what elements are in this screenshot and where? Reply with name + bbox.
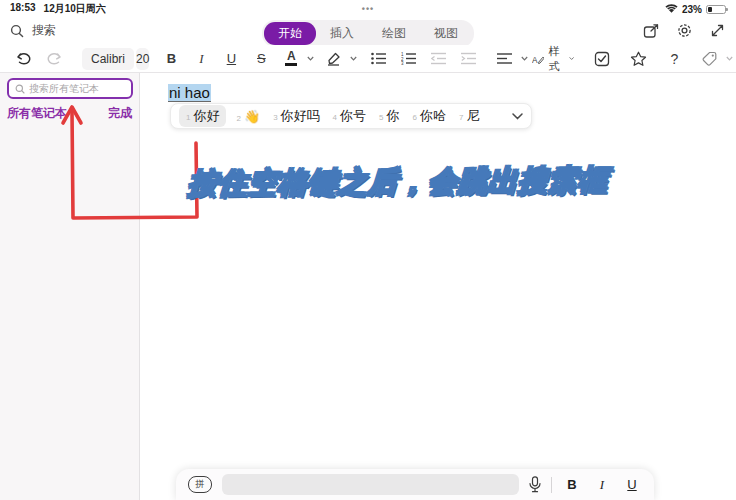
underline-button[interactable]: U [219,48,243,70]
candidate-text: 你号 [340,107,366,125]
done-link[interactable]: 完成 [108,105,132,122]
numbered-list-icon[interactable]: 123 [397,48,421,70]
candidate-text: 尼 [466,107,479,125]
underline-button[interactable]: U [622,477,642,492]
bold-button[interactable]: B [562,477,582,492]
all-notebooks-link[interactable]: 所有笔记本 [7,105,67,122]
notebook-search-input[interactable] [29,83,119,94]
search-button[interactable]: 搜索 [10,22,56,39]
wifi-icon [665,4,678,14]
candidate-number: 3 [273,113,277,122]
indent-icon[interactable] [457,48,481,70]
alignment-icon[interactable] [493,48,517,70]
font-name-select[interactable]: Calibri [82,48,134,70]
status-ellipsis: ••• [362,4,374,14]
strikethrough-button[interactable]: S [249,48,273,70]
tag-chevron-icon[interactable] [726,56,733,61]
ime-candidate[interactable]: 3你好吗 [273,107,319,125]
settings-gear-icon[interactable] [676,22,693,39]
ribbon-tab-2[interactable]: 插入 [316,22,368,45]
candidate-text: 你哈 [420,107,446,125]
font-color-button[interactable]: A [279,48,303,70]
candidate-number: 5 [379,113,383,122]
candidate-expand-chevron-icon[interactable] [512,113,523,120]
candidate-text: 你好 [193,107,219,125]
candidate-number: 7 [459,113,463,122]
ime-composition-text: ni hao [168,84,211,102]
ime-candidate[interactable]: 6你哈 [413,107,446,125]
font-color-letter: A [285,51,297,61]
page-canvas[interactable]: ni hao 1你好2👋3你好吗4你号5你6你哈7尼 [141,73,736,500]
candidate-text: 你好吗 [281,107,320,125]
notebook-sidebar: 所有笔记本 完成 [0,73,140,500]
candidate-number: 6 [413,113,417,122]
status-indicators: 23% [665,4,726,15]
pinyin-keyboard-icon[interactable]: 拼 [188,476,212,493]
ribbon-tab-3[interactable]: 绘图 [368,22,420,45]
styles-label: 样式 [548,44,565,74]
ribbon-tab-1[interactable]: 开始 [264,22,316,45]
italic-button[interactable]: I [189,48,213,70]
styles-pen-icon: A [532,52,544,66]
highlighter-chevron-icon[interactable] [350,56,357,61]
bold-button[interactable]: B [159,48,183,70]
svg-text:A: A [532,54,538,64]
sidebar-links: 所有笔记本 完成 [7,105,132,122]
help-button[interactable]: ? [662,48,686,70]
ime-candidate-bar: 1你好2👋3你好吗4你号5你6你哈7尼 [170,103,532,129]
ime-candidate[interactable]: 7尼 [459,107,479,125]
font-color-swatch [285,63,297,67]
dictation-mic-icon[interactable] [529,476,541,493]
styles-chevron-icon [569,56,574,61]
undo-icon[interactable] [12,48,36,70]
search-icon [10,24,24,38]
bar-divider [551,477,552,493]
todo-checkbox-icon[interactable] [590,48,614,70]
ime-candidate[interactable]: 4你号 [333,107,366,125]
format-toolbar: Calibri 20 B I U S A 123 A 样式 ? [0,45,736,73]
fullscreen-expand-icon[interactable] [709,22,726,39]
caption-text: 按住空格键之后，会跳出搜索框 [187,160,730,205]
redo-icon[interactable] [42,48,66,70]
battery-percent: 23% [682,4,702,15]
styles-button[interactable]: A 样式 [532,44,574,74]
font-color-chevron-icon[interactable] [307,56,314,61]
ime-input-field[interactable] [222,474,519,495]
outdent-icon[interactable] [427,48,451,70]
alignment-chevron-icon[interactable] [521,56,528,61]
italic-button[interactable]: I [592,477,612,493]
status-time-date: 18:53 12月10日周六 [10,2,106,16]
ime-candidate[interactable]: 2👋 [236,109,260,124]
status-time: 18:53 [10,2,36,16]
ime-candidate[interactable]: 5你 [379,107,399,125]
candidate-text: 👋 [244,109,260,124]
ribbon-tab-4[interactable]: 视图 [420,22,472,45]
ribbon-tabs: 开始插入绘图视图 [262,20,474,47]
search-icon [15,84,25,94]
search-label: 搜索 [32,22,56,39]
ribbon-actions [643,22,726,39]
ribbon: 搜索 开始插入绘图视图 [0,18,736,45]
notebook-search-box[interactable] [7,78,133,99]
bullet-list-icon[interactable] [367,48,391,70]
star-icon[interactable] [626,48,650,70]
battery-icon [706,5,726,14]
highlighter-button[interactable] [322,48,346,70]
svg-text:3: 3 [401,61,404,65]
tag-icon[interactable] [698,48,722,70]
status-bar: 18:53 12月10日周六 ••• 23% [0,0,736,18]
status-date: 12月10日周六 [44,2,106,16]
candidate-number: 4 [333,113,337,122]
share-icon[interactable] [643,22,660,39]
candidate-text: 你 [387,107,400,125]
ime-candidate[interactable]: 1你好 [179,105,226,127]
keyboard-accessory-bar: 拼 B I U [176,469,654,500]
font-size-select[interactable]: 20 [136,48,149,70]
candidate-number: 2 [236,114,240,123]
candidate-number: 1 [186,113,190,122]
